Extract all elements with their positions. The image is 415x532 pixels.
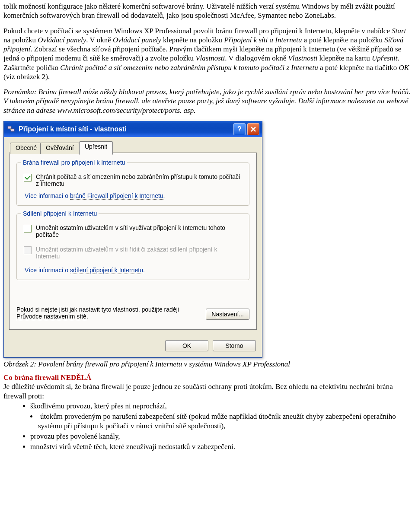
group-label-firewall: Brána firewall pro připojení k Internetu	[21, 159, 127, 166]
text-underline: sdílení připojení k Internetu	[70, 267, 143, 274]
text: . V okně	[86, 36, 113, 44]
tab-upresnit[interactable]: Upřesnit	[79, 141, 113, 155]
text-italic: Chránit počítač a síť omezením nebo zabr…	[60, 64, 318, 72]
text-italic: Vlastnosti	[288, 54, 317, 62]
checkbox-protect[interactable]	[24, 174, 32, 182]
text-italic: Ovládací panely	[38, 36, 86, 44]
text: klepněte na kartu	[317, 54, 372, 62]
dialog-title: Připojení k místní síti - vlastnosti	[19, 125, 232, 133]
list-item: útokům provedeným po narušení zabezpečen…	[6, 412, 412, 431]
cancel-button[interactable]: Storno	[213, 340, 256, 351]
note-paragraph: Poznámka: Brána firewall může někdy blok…	[3, 87, 412, 115]
list-item: množství virů včetně těch, které zneužív…	[30, 442, 412, 452]
text: ránit počítač a síť omezením nebo zabrán…	[36, 173, 240, 187]
list-item: škodlivému provozu, který přes ni neproc…	[30, 401, 412, 411]
text-italic: OK	[399, 64, 409, 72]
text: . V dialogovém okně	[225, 54, 288, 62]
tab-overovani[interactable]: Ověřování	[40, 143, 80, 154]
svg-rect-0	[8, 126, 11, 129]
close-button[interactable]	[247, 123, 259, 135]
help-button[interactable]: ?	[233, 123, 246, 135]
text: .	[86, 313, 88, 320]
text: na položku	[3, 36, 38, 44]
text: C	[36, 173, 40, 180]
text-accel: m	[40, 246, 45, 253]
text: a poté klepněte na položku	[302, 36, 385, 44]
properties-dialog: Připojení k místní síti - vlastnosti ? O…	[3, 121, 262, 358]
link-firewall-info[interactable]: Více informací o bráně Firewall připojen…	[25, 192, 242, 199]
figure-caption: Obrázek 2: Povolení brány firewall pro p…	[3, 360, 412, 369]
text: Více informací o	[25, 267, 70, 274]
checkbox-allow-control-label: Umožnit ostatním uživatelům v síti řídit…	[36, 246, 242, 260]
text: a poté klepněte na tlačítko	[318, 64, 399, 72]
group-firewall: Brána firewall pro připojení k Internetu…	[16, 162, 249, 206]
text: klepněte na položku	[161, 36, 224, 44]
group-sharing: Sdílení připojení k Internetu Umožnit os…	[16, 213, 249, 280]
tab-pane-upresnit: Brána firewall pro připojení k Internetu…	[9, 153, 257, 330]
tab-row: Obecné Ověřování Upřesnit	[10, 141, 257, 153]
settings-hint: Pokud si nejste jisti jak nastavit tyto …	[16, 306, 181, 320]
text-underline: bráně Firewall připojení k Internetu	[70, 192, 163, 200]
paragraph-3: Je důležité uvědomit si, že brána firewa…	[3, 382, 412, 401]
text: ožnit ostatním uživatelům v síti řídit č…	[36, 246, 217, 260]
text-italic: Upřesnit	[372, 54, 398, 62]
text: U	[36, 246, 40, 253]
heading-red: Co brána firewall NEDĚLÁ	[3, 373, 412, 382]
bullet-list: škodlivému provozu, který přes ni neproc…	[3, 401, 412, 452]
paragraph-1: tolik možností konfigurace jako některé …	[3, 2, 412, 20]
link-sharing-info[interactable]: Více informací o sdílení připojení k Int…	[25, 267, 242, 274]
text: Umož	[36, 224, 52, 231]
text: stavení...	[219, 311, 244, 318]
text: it ostatním uživatelům v síti využívat p…	[36, 224, 225, 238]
checkbox-allow-share-label: Umožnit ostatním uživatelům v síti využí…	[36, 224, 242, 238]
checkbox-protect-label: Chránit počítač a síť omezením nebo zabr…	[36, 173, 242, 187]
paragraph-2: Pokud chcete v počítači se systémem Wind…	[3, 26, 412, 82]
checkbox-allow-share[interactable]	[24, 225, 32, 233]
network-icon	[7, 125, 15, 133]
text-accel: h	[40, 173, 44, 181]
group-label-sharing: Sdílení připojení k Internetu	[21, 210, 99, 217]
tab-obecne[interactable]: Obecné	[10, 143, 42, 154]
settings-button[interactable]: Nastavení...	[206, 309, 249, 320]
text-italic: Připojení k síti a Internetu	[224, 36, 302, 44]
text-italic: Start	[392, 27, 406, 35]
ok-button[interactable]: OK	[165, 340, 208, 351]
text-underline: Průvodce nastavením sítě	[16, 313, 86, 320]
text: Pokud si nejste jisti jak nastavit tyto …	[16, 306, 179, 313]
text: .	[143, 267, 145, 274]
text: N	[211, 311, 216, 318]
text: .	[163, 192, 165, 199]
text-italic: Vlastnosti	[195, 54, 225, 62]
text: Více informací o	[25, 192, 70, 199]
dialog-titlebar[interactable]: Připojení k místní síti - vlastnosti ?	[4, 121, 262, 137]
list-item: provozu přes povolené kanály,	[30, 432, 412, 441]
text-italic: Ovládací panely	[113, 36, 161, 44]
text: Pokud chcete v počítači se systémem Wind…	[3, 27, 392, 35]
checkbox-allow-control	[24, 246, 32, 254]
text: (viz obrázek 2).	[3, 73, 50, 81]
